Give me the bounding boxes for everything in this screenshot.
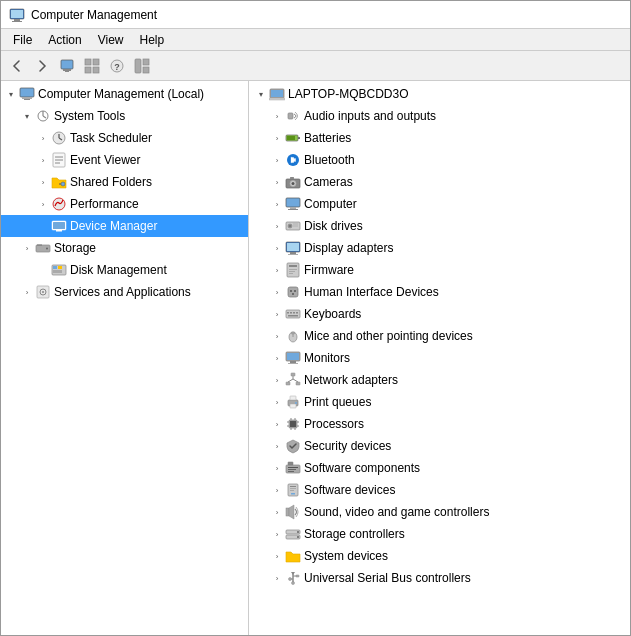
right-item-disk-drives[interactable]: Disk drives — [249, 215, 630, 237]
expand-system-tools[interactable] — [19, 108, 35, 124]
security-label: Security devices — [304, 439, 626, 453]
tree-item-shared-folders[interactable]: Shared Folders — [1, 171, 248, 193]
right-item-monitors[interactable]: Monitors — [249, 347, 630, 369]
right-item-usb[interactable]: Universal Serial Bus controllers — [249, 567, 630, 589]
expand-performance[interactable] — [35, 196, 51, 212]
right-item-security[interactable]: Security devices — [249, 435, 630, 457]
tree-item-disk-management[interactable]: Disk Management — [1, 259, 248, 281]
svg-point-103 — [295, 402, 297, 404]
menu-view[interactable]: View — [90, 31, 132, 49]
right-item-sw-components[interactable]: Software components — [249, 457, 630, 479]
right-item-system-devices[interactable]: System devices — [249, 545, 630, 567]
expand-storage-ctrl[interactable] — [269, 526, 285, 542]
computer-icon — [285, 196, 301, 212]
tree-item-task-scheduler[interactable]: Task Scheduler — [1, 127, 248, 149]
computer-mgmt-icon — [19, 86, 35, 102]
hid-icon — [285, 284, 301, 300]
expand-shared-folders[interactable] — [35, 174, 51, 190]
right-item-batteries[interactable]: Batteries — [249, 127, 630, 149]
expand-system-devices[interactable] — [269, 548, 285, 564]
right-item-print[interactable]: Print queues — [249, 391, 630, 413]
expand-sw-components[interactable] — [269, 460, 285, 476]
svg-rect-61 — [290, 207, 296, 209]
right-header[interactable]: LAPTOP-MQBCDD3O — [249, 83, 630, 105]
right-item-display[interactable]: Display adapters — [249, 237, 630, 259]
back-button[interactable] — [5, 54, 29, 78]
right-item-sound[interactable]: Sound, video and game controllers — [249, 501, 630, 523]
left-panel: Computer Management (Local) System Tools — [1, 81, 249, 636]
expand-hid[interactable] — [269, 284, 285, 300]
help-button[interactable]: ? — [105, 54, 129, 78]
right-item-processors[interactable]: Processors — [249, 413, 630, 435]
menu-help[interactable]: Help — [132, 31, 173, 49]
tree-item-root[interactable]: Computer Management (Local) — [1, 83, 248, 105]
right-item-bluetooth[interactable]: Bluetooth — [249, 149, 630, 171]
expand-security[interactable] — [269, 438, 285, 454]
up-button[interactable] — [55, 54, 79, 78]
right-item-network[interactable]: Network adapters — [249, 369, 630, 391]
menu-action[interactable]: Action — [40, 31, 89, 49]
tree-item-device-manager[interactable]: Device Manager — [1, 215, 248, 237]
expand-storage[interactable] — [19, 240, 35, 256]
expand-services-apps[interactable] — [19, 284, 35, 300]
right-item-firmware[interactable]: Firmware — [249, 259, 630, 281]
expand-batteries[interactable] — [269, 130, 285, 146]
svg-rect-121 — [290, 488, 296, 489]
expand-task-scheduler[interactable] — [35, 130, 51, 146]
svg-point-128 — [297, 536, 299, 538]
right-item-audio[interactable]: Audio inputs and outputs — [249, 105, 630, 127]
svg-rect-92 — [290, 361, 296, 363]
expand-display[interactable] — [269, 240, 285, 256]
right-item-cameras[interactable]: Cameras — [249, 171, 630, 193]
svg-rect-93 — [288, 363, 298, 364]
expand-sw-devices[interactable] — [269, 482, 285, 498]
expand-mice[interactable] — [269, 328, 285, 344]
expand-bluetooth[interactable] — [269, 152, 285, 168]
forward-button[interactable] — [30, 54, 54, 78]
svg-rect-71 — [288, 254, 298, 255]
display-label: Display adapters — [304, 241, 626, 255]
right-panel: LAPTOP-MQBCDD3O Audio inputs and outputs — [249, 81, 630, 636]
expand-laptop[interactable] — [253, 86, 269, 102]
expand-usb[interactable] — [269, 570, 285, 586]
right-item-hid[interactable]: Human Interface Devices — [249, 281, 630, 303]
extra-button[interactable] — [130, 54, 154, 78]
expand-disk-drives[interactable] — [269, 218, 285, 234]
right-item-keyboards[interactable]: Keyboards — [249, 303, 630, 325]
tree-item-services-apps[interactable]: Services and Applications — [1, 281, 248, 303]
expand-cameras[interactable] — [269, 174, 285, 190]
expand-root[interactable] — [3, 86, 19, 102]
tree-item-system-tools[interactable]: System Tools — [1, 105, 248, 127]
menu-file[interactable]: File — [5, 31, 40, 49]
svg-rect-7 — [85, 59, 91, 65]
svg-rect-59 — [290, 177, 294, 179]
svg-rect-40 — [58, 266, 62, 269]
right-item-sw-devices[interactable]: Software devices — [249, 479, 630, 501]
tree-item-storage[interactable]: Storage — [1, 237, 248, 259]
show-hide-button[interactable] — [80, 54, 104, 78]
svg-rect-74 — [289, 269, 297, 270]
tree-item-performance[interactable]: Performance — [1, 193, 248, 215]
expand-sound[interactable] — [269, 504, 285, 520]
expand-network[interactable] — [269, 372, 285, 388]
expand-print[interactable] — [269, 394, 285, 410]
right-item-mice[interactable]: Mice and other pointing devices — [249, 325, 630, 347]
expand-audio[interactable] — [269, 108, 285, 124]
expand-monitors[interactable] — [269, 350, 285, 366]
expand-processors[interactable] — [269, 416, 285, 432]
svg-rect-48 — [288, 113, 293, 119]
svg-rect-5 — [63, 69, 71, 71]
expand-computer[interactable] — [269, 196, 285, 212]
right-item-computer[interactable]: Computer — [249, 193, 630, 215]
tree-item-event-viewer[interactable]: Event Viewer — [1, 149, 248, 171]
right-item-storage-ctrl[interactable]: Storage controllers — [249, 523, 630, 545]
svg-rect-51 — [287, 136, 295, 140]
expand-event-viewer[interactable] — [35, 152, 51, 168]
expand-keyboards[interactable] — [269, 306, 285, 322]
svg-rect-81 — [286, 310, 300, 318]
svg-rect-94 — [291, 373, 295, 376]
shared-folders-icon — [51, 174, 67, 190]
expand-firmware[interactable] — [269, 262, 285, 278]
mice-label: Mice and other pointing devices — [304, 329, 626, 343]
svg-rect-2 — [12, 21, 22, 22]
